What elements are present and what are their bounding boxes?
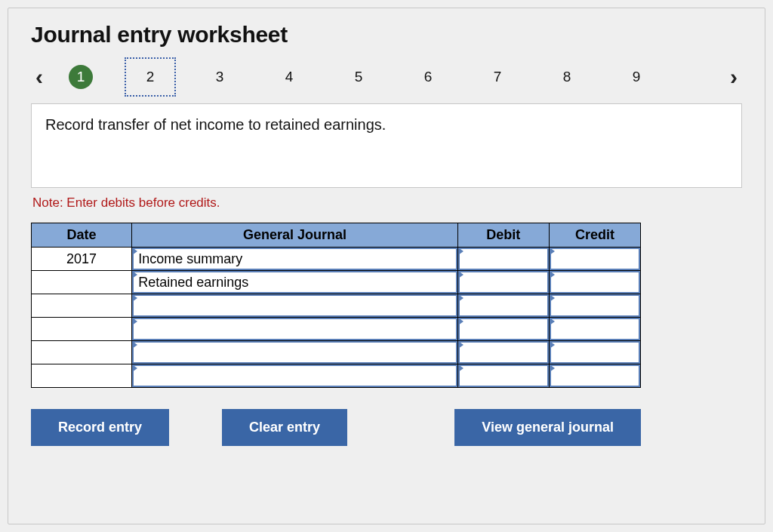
credit-value [550,328,640,331]
debit-cell[interactable] [457,364,549,388]
debit-cell[interactable] [457,271,549,294]
col-header-date: Date [32,223,132,248]
table-row [32,364,641,388]
date-cell[interactable] [32,364,132,388]
credit-value [550,351,640,354]
debit-cell[interactable] [457,248,549,271]
date-cell[interactable] [32,318,132,341]
debit-value [458,257,549,260]
credit-cell[interactable] [549,271,640,294]
note-text: Note: Enter debits before credits. [32,195,742,211]
debit-value [458,374,549,377]
pager-tab-3[interactable]: 3 [208,65,232,89]
pager-tab-6[interactable]: 6 [416,65,440,89]
pager: ‹ 123456789 › [31,58,742,96]
debit-value [458,304,549,307]
col-header-debit: Debit [457,223,549,248]
credit-value [550,257,640,260]
pager-tab-7[interactable]: 7 [485,65,510,89]
pager-prev[interactable]: ‹ [31,66,48,88]
clear-entry-button[interactable]: Clear entry [222,409,347,446]
credit-cell[interactable] [549,364,640,388]
pager-tab-9[interactable]: 9 [624,65,648,89]
general-journal-cell[interactable] [132,318,458,341]
general-journal-value [132,328,457,331]
pager-next[interactable]: › [725,66,742,88]
col-header-gj: General Journal [132,223,458,248]
credit-cell[interactable] [549,341,640,364]
general-journal-cell[interactable] [132,341,458,364]
worksheet-panel: Journal entry worksheet ‹ 123456789 › Re… [8,8,765,524]
debit-cell[interactable] [457,318,549,341]
credit-value [550,304,640,307]
page-title: Journal entry worksheet [31,22,742,48]
table-row: Retained earnings [32,271,641,294]
debit-value [458,328,549,331]
general-journal-value: Retained earnings [132,273,457,292]
date-cell[interactable] [32,294,132,318]
record-entry-button[interactable]: Record entry [31,409,169,446]
general-journal-cell[interactable]: Income summary [132,248,458,271]
debit-value [458,351,549,354]
credit-value [550,281,640,284]
table-row [32,318,641,341]
pager-tab-5[interactable]: 5 [346,65,371,89]
credit-cell[interactable] [549,318,640,341]
date-cell[interactable] [32,271,132,294]
date-cell[interactable] [32,341,132,364]
general-journal-value [132,351,457,354]
pager-tab-4[interactable]: 4 [277,65,301,89]
view-general-journal-button[interactable]: View general journal [454,409,641,446]
pager-tab-1[interactable]: 1 [69,65,93,89]
general-journal-value [132,374,457,377]
general-journal-cell[interactable] [132,364,458,388]
pager-tabs: 123456789 [69,65,648,89]
general-journal-value: Income summary [132,250,457,269]
entry-prompt: Record transfer of net income to retaine… [31,103,742,188]
general-journal-cell[interactable] [132,294,458,318]
general-journal-value [132,304,457,307]
col-header-credit: Credit [549,223,640,248]
credit-cell[interactable] [549,248,640,271]
button-row: Record entry Clear entry View general jo… [31,409,641,446]
journal-tbody: 2017Income summaryRetained earnings [32,248,641,388]
debit-value [458,281,549,284]
table-row: 2017Income summary [32,248,641,271]
journal-table: Date General Journal Debit Credit 2017In… [31,223,641,388]
pager-tab-2[interactable]: 2 [138,65,162,89]
table-row [32,341,641,364]
credit-cell[interactable] [549,294,640,318]
pager-tab-8[interactable]: 8 [555,65,579,89]
date-cell[interactable]: 2017 [32,248,132,271]
debit-cell[interactable] [457,294,549,318]
general-journal-cell[interactable]: Retained earnings [132,271,458,294]
table-row [32,294,641,318]
debit-cell[interactable] [457,341,549,364]
credit-value [550,374,640,377]
